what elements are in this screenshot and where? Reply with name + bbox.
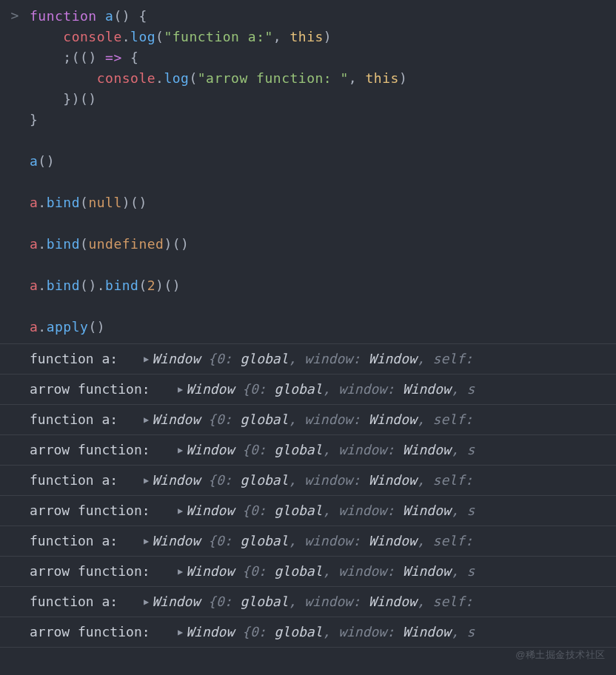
console-output: function a: ▶Window {0: global, window: … xyxy=(0,343,616,648)
dot: . xyxy=(38,195,46,210)
paren-open: ( xyxy=(80,195,88,210)
log-label: function a: xyxy=(30,531,144,551)
indent xyxy=(30,29,63,44)
dot: . xyxy=(38,236,46,252)
paren-close: )() xyxy=(122,195,147,210)
brace-close: } xyxy=(30,112,38,127)
expand-triangle-icon[interactable]: ▶ xyxy=(178,501,183,520)
console-log-line: function a: ▶Window {0: global, window: … xyxy=(0,466,616,496)
log-label: arrow function: xyxy=(30,562,178,581)
paren-close: )() xyxy=(155,278,181,293)
log-object-preview[interactable]: Window {0: global, window: Window, self: xyxy=(152,410,473,429)
paren-close: )() xyxy=(164,236,189,252)
log-object-preview[interactable]: Window {0: global, window: Window, self: xyxy=(152,592,473,611)
console-log-line: arrow function: ▶Window {0: global, wind… xyxy=(0,557,616,587)
ident-a: a xyxy=(30,278,38,293)
undefined-literal: undefined xyxy=(88,236,164,252)
log-label: arrow function: xyxy=(30,440,178,460)
paren: () xyxy=(38,153,55,169)
comma: , xyxy=(349,70,366,86)
paren-open: ( xyxy=(189,70,197,86)
indent xyxy=(30,91,63,107)
method-bind: bind xyxy=(47,236,80,252)
call-a: a xyxy=(30,153,38,169)
paren: () xyxy=(88,319,105,335)
log-object-preview[interactable]: Window {0: global, window: Window, s xyxy=(186,380,475,399)
console-code[interactable]: function a() { console.log("function a:"… xyxy=(30,6,407,338)
log-object-preview[interactable]: Window {0: global, window: Window, s xyxy=(186,440,475,460)
log-object-preview[interactable]: Window {0: global, window: Window, s xyxy=(186,562,475,581)
paren-open: ( xyxy=(80,236,88,252)
paren: (). xyxy=(80,278,105,293)
expand-triangle-icon[interactable]: ▶ xyxy=(178,440,183,460)
ident-console: console xyxy=(97,70,155,86)
console-log-line: function a: ▶Window {0: global, window: … xyxy=(0,344,616,375)
dot: . xyxy=(38,319,46,335)
brace-open: { xyxy=(122,50,139,65)
indent xyxy=(30,70,97,86)
paren-close: })() xyxy=(63,91,96,107)
expand-triangle-icon[interactable]: ▶ xyxy=(144,592,149,611)
arrow-token: => xyxy=(105,50,122,65)
null-literal: null xyxy=(88,195,121,210)
function-name: a xyxy=(105,8,113,24)
console-log-line: arrow function: ▶Window {0: global, wind… xyxy=(0,435,616,466)
ident-console: console xyxy=(63,29,121,44)
log-object-preview[interactable]: Window {0: global, window: Window, s xyxy=(186,501,475,520)
method-apply: apply xyxy=(47,319,89,335)
method-bind: bind xyxy=(105,278,138,293)
log-label: function a: xyxy=(30,349,144,369)
log-object-preview[interactable]: Window {0: global, window: Window, self: xyxy=(152,349,473,369)
log-object-preview[interactable]: Window {0: global, window: Window, self: xyxy=(152,531,473,551)
paren-close: ) xyxy=(399,70,407,86)
ident-a: a xyxy=(30,319,38,335)
log-object-preview[interactable]: Window {0: global, window: Window, self: xyxy=(152,471,473,490)
console-prompt-icon: > xyxy=(0,6,30,338)
string: "arrow function: " xyxy=(198,70,349,86)
keyword-this: this xyxy=(366,70,399,86)
expand-triangle-icon[interactable]: ▶ xyxy=(144,349,149,369)
paren-close: ) xyxy=(324,29,332,44)
ident-a: a xyxy=(30,195,38,210)
log-object-preview[interactable]: Window {0: global, window: Window, s xyxy=(186,622,475,642)
number-literal: 2 xyxy=(147,278,155,293)
console-log-line: arrow function: ▶Window {0: global, wind… xyxy=(0,375,616,405)
paren-open: ( xyxy=(138,278,147,293)
expand-triangle-icon[interactable]: ▶ xyxy=(178,562,183,581)
log-label: arrow function: xyxy=(30,380,178,399)
log-label: function a: xyxy=(30,471,144,490)
keyword-function: function xyxy=(30,8,97,24)
method-bind: bind xyxy=(47,195,80,210)
console-input-block: > function a() { console.log("function a… xyxy=(0,0,616,343)
comma: , xyxy=(273,29,290,44)
dot: . xyxy=(155,70,164,86)
expand-triangle-icon[interactable]: ▶ xyxy=(178,622,183,642)
brace-open: { xyxy=(130,8,147,24)
indent xyxy=(30,50,63,65)
expand-triangle-icon[interactable]: ▶ xyxy=(144,410,149,429)
expand-triangle-icon[interactable]: ▶ xyxy=(144,471,149,490)
paren-open: ( xyxy=(155,29,164,44)
expand-triangle-icon[interactable]: ▶ xyxy=(144,531,149,551)
log-label: function a: xyxy=(30,592,144,611)
paren: () xyxy=(113,8,130,24)
log-label: arrow function: xyxy=(30,622,178,642)
log-label: arrow function: xyxy=(30,501,178,520)
console-log-line: function a: ▶Window {0: global, window: … xyxy=(0,587,616,617)
method-bind: bind xyxy=(47,278,80,293)
dot: . xyxy=(38,278,46,293)
console-log-line: arrow function: ▶Window {0: global, wind… xyxy=(0,496,616,526)
string: "function a:" xyxy=(164,29,272,44)
log-label: function a: xyxy=(30,410,144,429)
watermark: @稀土掘金技术社区 xyxy=(515,648,606,662)
method-log: log xyxy=(130,29,155,44)
console-log-line: function a: ▶Window {0: global, window: … xyxy=(0,405,616,435)
keyword-this: this xyxy=(290,29,324,44)
devtools-console[interactable]: > function a() { console.log("function a… xyxy=(0,0,616,675)
paren: ) xyxy=(88,50,105,65)
ident-a: a xyxy=(30,236,38,252)
paren: ;(( xyxy=(63,50,88,65)
console-log-line: function a: ▶Window {0: global, window: … xyxy=(0,526,616,557)
expand-triangle-icon[interactable]: ▶ xyxy=(178,380,183,399)
method-log: log xyxy=(164,70,189,86)
